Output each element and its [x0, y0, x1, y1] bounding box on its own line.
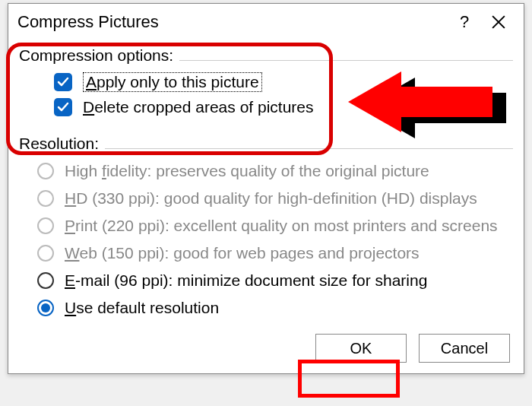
button-row: OK Cancel	[8, 325, 524, 373]
delete-cropped-row[interactable]: Delete cropped areas of pictures	[19, 95, 513, 119]
resolution-option-4[interactable]: E-mail (96 ppi): minimize document size …	[19, 267, 513, 294]
resolution-option-label-2: Print (220 ppi): excellent quality on mo…	[65, 217, 498, 235]
resolution-option-0: High fidelity: preserves quality of the …	[19, 157, 513, 185]
resolution-option-2: Print (220 ppi): excellent quality on mo…	[19, 212, 513, 239]
help-icon[interactable]: ?	[449, 12, 480, 32]
compression-options-label: Compression options:	[19, 46, 173, 65]
resolution-radio-3	[37, 245, 54, 262]
ok-button[interactable]: OK	[315, 334, 407, 363]
resolution-section: Resolution: High fidelity: preserves qua…	[8, 122, 524, 325]
resolution-radio-4[interactable]	[37, 272, 54, 289]
apply-only-row[interactable]: Apply only to this picture	[19, 69, 513, 95]
close-icon[interactable]	[480, 7, 518, 37]
resolution-radio-1	[37, 190, 54, 207]
resolution-option-1: HD (330 ppi): good quality for high-defi…	[19, 185, 513, 212]
delete-cropped-label: Delete cropped areas of pictures	[83, 98, 314, 116]
resolution-option-5[interactable]: Use default resolution	[19, 294, 513, 322]
resolution-option-label-1: HD (330 ppi): good quality for high-defi…	[65, 189, 477, 208]
apply-only-label: Apply only to this picture	[83, 72, 262, 92]
cancel-button[interactable]: Cancel	[419, 334, 510, 363]
resolution-option-label-0: High fidelity: preserves quality of the …	[65, 162, 429, 180]
compress-pictures-dialog: Compress Pictures ? Compression options:…	[8, 3, 524, 374]
resolution-label: Resolution:	[19, 135, 99, 153]
resolution-radio-0	[37, 163, 54, 179]
delete-cropped-checkbox[interactable]	[54, 98, 72, 116]
apply-only-checkbox[interactable]	[54, 73, 72, 91]
titlebar: Compress Pictures ?	[8, 4, 524, 40]
resolution-option-label-4: E-mail (96 ppi): minimize document size …	[65, 271, 427, 290]
dialog-title: Compress Pictures	[17, 12, 449, 32]
resolution-option-label-3: Web (150 ppi): good for web pages and pr…	[65, 244, 420, 262]
compression-options-section: Compression options: Apply only to this …	[8, 40, 524, 122]
resolution-radio-5[interactable]	[37, 300, 54, 316]
resolution-radio-2	[37, 217, 54, 234]
resolution-option-3: Web (150 ppi): good for web pages and pr…	[19, 239, 513, 267]
resolution-option-label-5: Use default resolution	[65, 299, 219, 317]
